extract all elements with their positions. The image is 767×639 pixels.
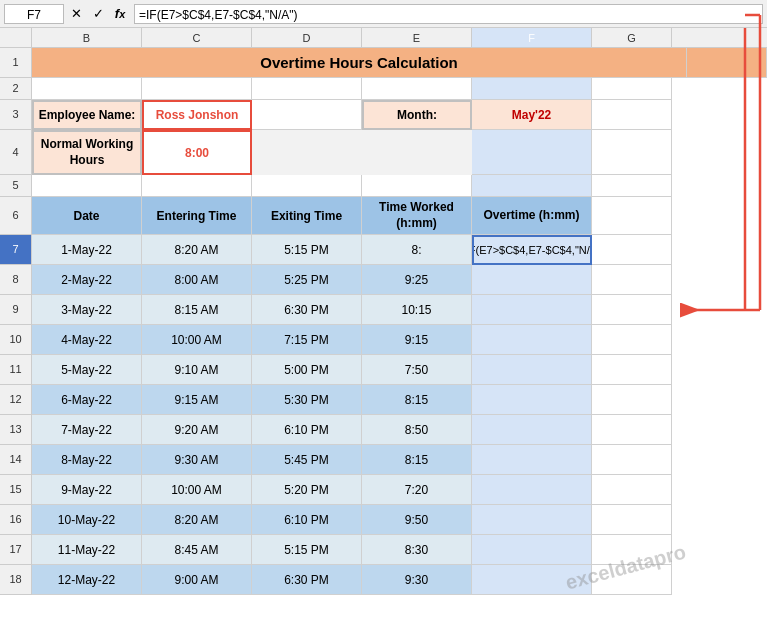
cell-D16[interactable]: 6:10 PM (252, 505, 362, 535)
cell-D15[interactable]: 5:20 PM (252, 475, 362, 505)
cell-E12[interactable]: 8:15 (362, 385, 472, 415)
cell-B4-label[interactable]: Normal Working Hours (32, 130, 142, 175)
col-header-B[interactable]: B (32, 28, 142, 47)
cell-D8[interactable]: 5:25 PM (252, 265, 362, 295)
cell-B17[interactable]: 11-May-22 (32, 535, 142, 565)
cell-D6-header[interactable]: Exiting Time (252, 197, 362, 235)
cell-C12[interactable]: 9:15 AM (142, 385, 252, 415)
cell-C13[interactable]: 9:20 AM (142, 415, 252, 445)
col-header-D[interactable]: D (252, 28, 362, 47)
column-headers: B C D E F G (0, 28, 767, 48)
cancel-icon[interactable]: ✕ (66, 4, 86, 24)
cell-F3-value[interactable]: May'22 (472, 100, 592, 130)
cell-F8[interactable] (472, 265, 592, 295)
cell-F15[interactable] (472, 475, 592, 505)
cell-D11[interactable]: 5:00 PM (252, 355, 362, 385)
cell-B10[interactable]: 4-May-22 (32, 325, 142, 355)
cell-G18 (592, 565, 672, 595)
cell-C8[interactable]: 8:00 AM (142, 265, 252, 295)
cell-C6-header[interactable]: Entering Time (142, 197, 252, 235)
cell-B3-label[interactable]: Employee Name: (32, 100, 142, 130)
cell-F12[interactable] (472, 385, 592, 415)
cell-F14[interactable] (472, 445, 592, 475)
cell-C14[interactable]: 9:30 AM (142, 445, 252, 475)
row-num-18: 18 (0, 565, 32, 595)
corner-cell (0, 28, 32, 47)
cell-D3 (252, 100, 362, 130)
cell-C4-value[interactable]: 8:00 (142, 130, 252, 175)
cell-B18[interactable]: 12-May-22 (32, 565, 142, 595)
cell-E16[interactable]: 9:50 (362, 505, 472, 535)
cell-D18[interactable]: 6:30 PM (252, 565, 362, 595)
cell-F10[interactable] (472, 325, 592, 355)
col-header-C[interactable]: C (142, 28, 252, 47)
row-num-5: 5 (0, 175, 32, 197)
cell-D17[interactable]: 5:15 PM (252, 535, 362, 565)
fx-icon[interactable]: fx (110, 4, 130, 24)
col-header-G[interactable]: G (592, 28, 672, 47)
cell-E15[interactable]: 7:20 (362, 475, 472, 505)
col-header-F[interactable]: F (472, 28, 592, 47)
cell-F11[interactable] (472, 355, 592, 385)
cell-F9[interactable] (472, 295, 592, 325)
cell-E10[interactable]: 9:15 (362, 325, 472, 355)
cell-C9[interactable]: 8:15 AM (142, 295, 252, 325)
cell-F18[interactable] (472, 565, 592, 595)
cell-G1[interactable] (687, 48, 767, 78)
cell-D10[interactable]: 7:15 PM (252, 325, 362, 355)
cell-F6-header[interactable]: Overtime (h:mm) (472, 197, 592, 235)
cell-C18[interactable]: 9:00 AM (142, 565, 252, 595)
cell-B16[interactable]: 10-May-22 (32, 505, 142, 535)
cell-C15[interactable]: 10:00 AM (142, 475, 252, 505)
confirm-icon[interactable]: ✓ (88, 4, 108, 24)
cell-B7[interactable]: 1-May-22 (32, 235, 142, 265)
cell-F7[interactable]: =IF(E7>$C$4,E7-$C$4,"N/A") (472, 235, 592, 265)
row-num-12: 12 (0, 385, 32, 415)
formula-input[interactable]: =IF(E7>$C$4,E7-$C$4,"N/A") (134, 4, 763, 24)
cell-D7[interactable]: 5:15 PM (252, 235, 362, 265)
cell-B6-header[interactable]: Date (32, 197, 142, 235)
cell-E13[interactable]: 8:50 (362, 415, 472, 445)
cell-B9[interactable]: 3-May-22 (32, 295, 142, 325)
header-exiting: Exiting Time (271, 209, 342, 223)
row-num-11: 11 (0, 355, 32, 385)
row-4: 4 Normal Working Hours 8:00 (0, 130, 767, 175)
cell-B14[interactable]: 8-May-22 (32, 445, 142, 475)
cell-C16[interactable]: 8:20 AM (142, 505, 252, 535)
cell-E7[interactable]: 8: (362, 235, 472, 265)
cell-D12[interactable]: 5:30 PM (252, 385, 362, 415)
cell-B15[interactable]: 9-May-22 (32, 475, 142, 505)
cell-E11[interactable]: 7:50 (362, 355, 472, 385)
cell-C11[interactable]: 9:10 AM (142, 355, 252, 385)
cell-C7[interactable]: 8:20 AM (142, 235, 252, 265)
cell-B8[interactable]: 2-May-22 (32, 265, 142, 295)
cell-F13[interactable] (472, 415, 592, 445)
cell-D13[interactable]: 6:10 PM (252, 415, 362, 445)
cell-E14[interactable]: 8:15 (362, 445, 472, 475)
cell-C3-value[interactable]: Ross Jonshon (142, 100, 252, 130)
cell-C17[interactable]: 8:45 AM (142, 535, 252, 565)
cell-F17[interactable] (472, 535, 592, 565)
row-num-17: 17 (0, 535, 32, 565)
cell-E17[interactable]: 8:30 (362, 535, 472, 565)
name-box[interactable]: F7 (4, 4, 64, 24)
cell-E6-header[interactable]: Time Worked (h:mm) (362, 197, 472, 235)
cell-D9[interactable]: 6:30 PM (252, 295, 362, 325)
cell-B13[interactable]: 7-May-22 (32, 415, 142, 445)
month-value: May'22 (512, 108, 552, 122)
cell-B1[interactable]: Overtime Hours Calculation (32, 48, 687, 78)
row-num-1: 1 (0, 48, 32, 78)
cell-B11[interactable]: 5-May-22 (32, 355, 142, 385)
rows-container: 1 Overtime Hours Calculation 2 3 (0, 48, 767, 595)
row-6: 6 Date Entering Time Exiting Time Time W… (0, 197, 767, 235)
cell-B12[interactable]: 6-May-22 (32, 385, 142, 415)
cell-F16[interactable] (472, 505, 592, 535)
cell-E9[interactable]: 10:15 (362, 295, 472, 325)
cell-E18[interactable]: 9:30 (362, 565, 472, 595)
cell-E3-label[interactable]: Month: (362, 100, 472, 130)
cell-E8[interactable]: 9:25 (362, 265, 472, 295)
col-header-E[interactable]: E (362, 28, 472, 47)
cell-C10[interactable]: 10:00 AM (142, 325, 252, 355)
cell-D14[interactable]: 5:45 PM (252, 445, 362, 475)
cell-G5 (592, 175, 672, 197)
